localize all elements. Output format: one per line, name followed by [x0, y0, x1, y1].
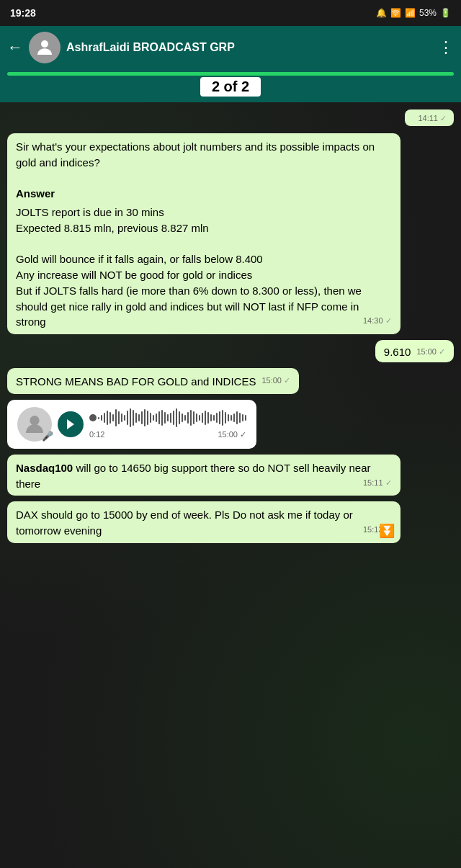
voice-duration: 0:12	[89, 430, 104, 439]
play-button[interactable]	[58, 411, 84, 437]
waveform-bar	[170, 413, 172, 423]
waveform-bar	[107, 411, 109, 425]
waveform-bar	[167, 414, 169, 421]
waveform-bar	[245, 415, 247, 421]
svg-point-1	[30, 416, 39, 425]
waveform-bar	[210, 414, 212, 421]
status-time: 19:28	[10, 7, 36, 19]
waveform-bar	[187, 412, 189, 424]
waveform-bar	[141, 411, 143, 424]
waveform-bar	[207, 412, 210, 424]
waveform-bar	[176, 408, 178, 427]
waveform-bar	[233, 413, 236, 422]
msg-time-1411: 14:11 ✓	[418, 114, 447, 123]
waveform-bar	[173, 411, 175, 425]
answer-label: Answer	[16, 186, 392, 202]
waveform-bar	[184, 415, 187, 421]
waveform-bar	[222, 410, 224, 426]
message-row-6: Nasdaq100 will go to 14650 big support t…	[7, 455, 454, 496]
voice-message-bubble: 🎤 0:12 15:00 ✓	[7, 400, 256, 449]
waveform-bar	[199, 415, 201, 421]
message-bubble-4: STRONG MEANS BAD FOR GOLD and INDICES 15…	[7, 368, 299, 394]
msg-strong-means-bad: STRONG MEANS BAD FOR GOLD and INDICES	[16, 375, 256, 388]
waveform-bar	[230, 415, 233, 421]
waveform-bar	[118, 411, 120, 424]
search-result-badge: 2 of 2	[200, 77, 261, 97]
search-progress-bar: 2 of 2	[0, 69, 461, 102]
msg-dax: DAX should go to 15000 by end of week. P…	[16, 509, 353, 537]
waveform-bar	[202, 413, 204, 423]
waveform-bar	[124, 415, 126, 421]
waveform-bar	[115, 409, 117, 426]
waveform-bar	[179, 411, 181, 424]
waveform-bar	[182, 413, 184, 422]
chat-area: 14:11 ✓ Sir what's your expectations abo…	[0, 102, 461, 868]
waveform-bar	[112, 414, 115, 421]
svg-point-0	[41, 40, 48, 48]
waveform-bar	[158, 411, 161, 424]
waveform-bar	[219, 411, 221, 424]
message-bubble-3: 9.610 15:00 ✓	[375, 340, 454, 362]
msg-nasdaq: Nasdaq100 will go to 14650 big support t…	[16, 462, 371, 490]
message-bubble-2: Sir what's your expectations about jolt …	[7, 133, 400, 334]
waveform-bar	[138, 414, 140, 421]
waveform-bar	[135, 413, 138, 423]
waveform-bar	[242, 414, 244, 421]
voice-meta: 0:12 15:00 ✓	[89, 430, 246, 439]
waveform-bar	[127, 411, 129, 425]
waveform-bar	[164, 412, 166, 424]
msg-time-1500-1: 15:00 ✓	[416, 347, 445, 357]
voice-time: 15:00 ✓	[218, 430, 246, 439]
header-info[interactable]: AshrafLaidi BROADCAST GRP	[66, 41, 432, 54]
msg-question: Sir what's your expectations about jolt …	[16, 140, 375, 169]
waveform-bar	[193, 411, 195, 424]
waveform-bar	[236, 411, 238, 424]
msg-time-1430: 14:30 ✓	[363, 316, 392, 327]
status-icons: 🔔 🛜 📶 53% 🔋	[376, 8, 451, 18]
battery-icon: 🔋	[440, 8, 451, 18]
msg-gold-analysis: Gold will bounce if it falls again, or f…	[16, 253, 362, 328]
battery-text: 53%	[419, 8, 437, 18]
waveform-bar	[190, 410, 192, 426]
chat-header: ← AshrafLaidi BROADCAST GRP ⋮	[0, 26, 461, 69]
svg-marker-2	[67, 419, 74, 429]
waveform-bar	[144, 409, 146, 426]
voice-avatar-container: 🎤	[17, 407, 52, 442]
waveform-bar	[104, 413, 106, 423]
alarm-icon: 🔔	[376, 8, 387, 18]
message-row-5: 🎤 0:12 15:00 ✓	[7, 400, 454, 449]
group-name: AshrafLaidi BROADCAST GRP	[66, 41, 432, 54]
message-row-2: Sir what's your expectations about jolt …	[7, 133, 454, 334]
waveform-bar	[147, 411, 149, 425]
wifi-icon: 🛜	[390, 8, 401, 18]
waveform-bar	[101, 415, 103, 421]
waveform-bar	[239, 413, 241, 423]
search-progress-fill	[7, 72, 454, 76]
more-options-button[interactable]: ⋮	[438, 38, 454, 57]
status-bar: 19:28 🔔 🛜 📶 53% 🔋	[0, 0, 461, 26]
mic-icon: 🎤	[42, 431, 53, 442]
scroll-down-icon[interactable]: ⏬	[379, 522, 395, 540]
waveform-bar	[228, 414, 230, 421]
msg-time-1500-2: 15:00 ✓	[261, 375, 290, 387]
waveform-bar	[150, 413, 152, 423]
message-row-4: STRONG MEANS BAD FOR GOLD and INDICES 15…	[7, 368, 454, 394]
voice-content: 0:12 15:00 ✓	[89, 408, 246, 439]
message-bubble-6: Nasdaq100 will go to 14650 big support t…	[7, 455, 400, 496]
waveform-bar	[225, 412, 227, 424]
waveform-playhead	[89, 414, 97, 421]
message-row-7: DAX should go to 15000 by end of week. P…	[7, 501, 454, 543]
waveform-bar	[205, 411, 207, 425]
partial-message-bubble: 14:11 ✓	[405, 109, 454, 126]
waveform-bar	[153, 415, 155, 421]
waveform-bar	[196, 413, 198, 422]
waveform	[89, 408, 246, 427]
waveform-bar	[121, 413, 123, 422]
back-button[interactable]: ←	[7, 38, 23, 57]
signal-icon: 📶	[405, 8, 416, 18]
waveform-bar	[130, 408, 132, 427]
message-row-3: 9.610 15:00 ✓	[7, 340, 454, 362]
msg-9610: 9.610	[384, 346, 411, 358]
group-avatar[interactable]	[29, 32, 61, 63]
msg-jolts-report: JOLTS report is due in 30 minsExpected 8…	[16, 206, 209, 234]
